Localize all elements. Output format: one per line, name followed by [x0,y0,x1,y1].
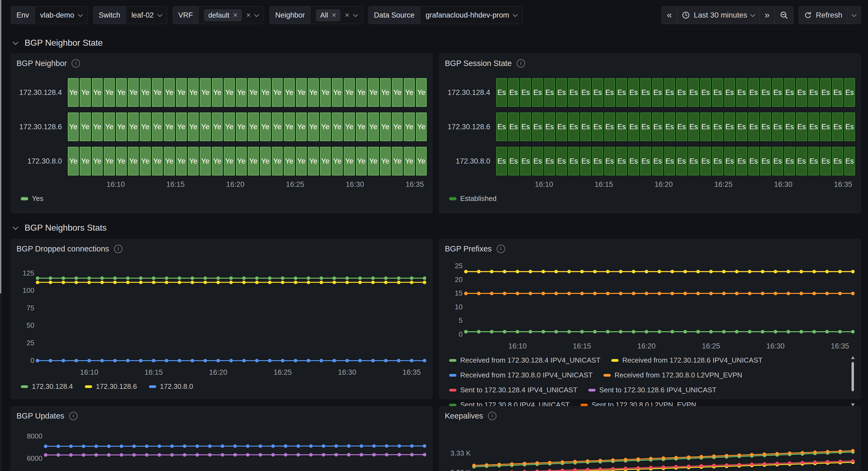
time-shift-forward-button[interactable]: » [760,6,775,24]
status-cell[interactable]: Ye [272,113,283,141]
clear-selection-icon[interactable]: × [246,11,250,19]
status-cell[interactable]: Ye [380,147,391,175]
status-cell[interactable]: Es [784,147,795,175]
status-cell[interactable]: Es [748,78,759,107]
status-cell[interactable]: Es [676,78,687,107]
neighbor-selected-chip[interactable]: All × [316,9,341,21]
status-cell[interactable]: Es [520,113,531,141]
remove-chip-icon[interactable]: × [332,11,336,19]
status-cell[interactable]: Ye [320,113,331,141]
status-cell[interactable]: Ye [164,147,175,175]
status-cell[interactable]: Es [844,113,855,141]
filter-datasource-select[interactable]: grafanacloud-hhdev-prom [420,6,522,24]
legend-item[interactable]: 172.30.128.6 [85,382,137,391]
status-cell[interactable]: Ye [248,113,259,141]
vrf-selected-chip[interactable]: default × [204,9,242,21]
status-cell[interactable]: Es [820,113,831,141]
status-cell[interactable]: Es [664,78,675,107]
status-cell[interactable]: Ye [296,78,307,107]
status-cell[interactable]: Ye [68,113,79,141]
status-cell[interactable]: Ye [140,78,151,107]
status-cell[interactable]: Es [532,113,543,141]
zoom-out-button[interactable] [775,6,793,24]
status-cell[interactable]: Ye [188,78,198,107]
status-cell[interactable]: Ye [80,78,91,107]
status-cell[interactable]: Ye [320,78,331,107]
status-cell[interactable]: Ye [368,78,379,107]
status-cell[interactable]: Es [688,113,699,141]
status-cell[interactable]: Ye [248,78,259,107]
info-icon[interactable]: i [69,412,78,420]
status-cell[interactable]: Ye [116,78,127,107]
status-cell[interactable]: Es [712,78,723,107]
status-cell[interactable]: Es [556,78,567,107]
status-cell[interactable]: Ye [416,113,427,141]
status-cell[interactable]: Es [688,147,699,175]
clear-selection-icon[interactable]: × [345,11,349,19]
panel-title[interactable]: BGP Dropped connections [17,244,109,253]
status-cell[interactable]: Ye [212,147,223,175]
status-cell[interactable]: Es [820,78,831,107]
status-cell[interactable]: Es [784,78,795,107]
status-cell[interactable]: Es [580,113,591,141]
status-cell[interactable]: Es [808,113,819,141]
legend-item[interactable]: Sent to 172.30.128.4 IPV4_UNICAST [449,386,578,394]
status-cell[interactable]: Es [568,78,579,107]
status-cell[interactable]: Es [652,78,663,107]
time-shift-back-button[interactable]: « [662,6,677,24]
status-cell[interactable]: Ye [68,78,79,107]
filter-vrf-select[interactable]: default × × [198,6,264,24]
status-cell[interactable]: Ye [416,147,427,175]
status-cell[interactable]: Ye [152,78,163,107]
status-cell[interactable]: Ye [356,147,367,175]
status-cell[interactable]: Es [700,78,711,107]
status-cell[interactable]: Es [544,78,555,107]
status-cell[interactable]: Ye [308,78,319,107]
status-cell[interactable]: Ye [392,78,403,107]
scroll-up-icon[interactable] [851,356,855,359]
legend-item[interactable]: Received from 172.30.8.0 IPV4_UNICAST [449,371,593,379]
status-cell[interactable]: Es [724,147,735,175]
status-cell[interactable]: Es [700,147,711,175]
status-cell[interactable]: Es [532,147,543,175]
status-cell[interactable]: Es [580,147,591,175]
status-cell[interactable]: Es [664,147,675,175]
status-cell[interactable]: Ye [272,78,283,107]
legend-item[interactable]: Sent to 172.30.128.6 IPV4_UNICAST [588,386,717,394]
status-cell[interactable]: Ye [140,147,151,175]
status-cell[interactable]: Ye [164,113,175,141]
status-cell[interactable]: Es [772,78,783,107]
status-cell[interactable]: Ye [404,113,414,141]
plot-area[interactable] [466,259,853,337]
status-cell[interactable]: Es [556,147,567,175]
status-cell[interactable]: Es [616,78,627,107]
legend-item[interactable]: 172.30.8.0 [149,382,193,391]
status-cell[interactable]: Ye [260,147,271,175]
status-cell[interactable]: Es [616,113,627,141]
status-cell[interactable]: Es [676,113,687,141]
status-cell[interactable]: Ye [80,147,91,175]
status-cell[interactable]: Es [640,78,651,107]
status-cell[interactable]: Ye [284,78,294,107]
legend-item[interactable]: 172.30.128.4 [21,382,73,391]
bgp-prefixes-chart[interactable]: 051015202516:1016:1516:2016:2516:3016:35… [445,259,855,408]
panel-title[interactable]: Keepalives [445,412,483,420]
section-bgp-neighbors-stats[interactable]: BGP Neighbors Stats [13,223,107,233]
plot-area[interactable] [37,259,425,363]
info-icon[interactable]: i [114,245,122,253]
remove-chip-icon[interactable]: × [233,11,238,19]
status-cell[interactable]: Es [724,113,735,141]
status-cell[interactable]: Es [508,78,519,107]
status-cell[interactable]: Es [652,113,663,141]
info-icon[interactable]: i [488,412,496,420]
status-cell[interactable]: Ye [236,78,247,107]
status-cell[interactable]: Es [628,78,639,107]
filter-env-select[interactable]: vlab-demo [35,6,88,24]
status-cell[interactable]: Ye [236,113,247,141]
status-cell[interactable]: Es [652,147,663,175]
refresh-interval-button[interactable] [847,6,861,24]
status-cell[interactable]: Ye [152,113,163,141]
status-cell[interactable]: Es [496,147,507,175]
status-cell[interactable]: Ye [104,147,115,175]
status-cell[interactable]: Ye [332,78,343,107]
